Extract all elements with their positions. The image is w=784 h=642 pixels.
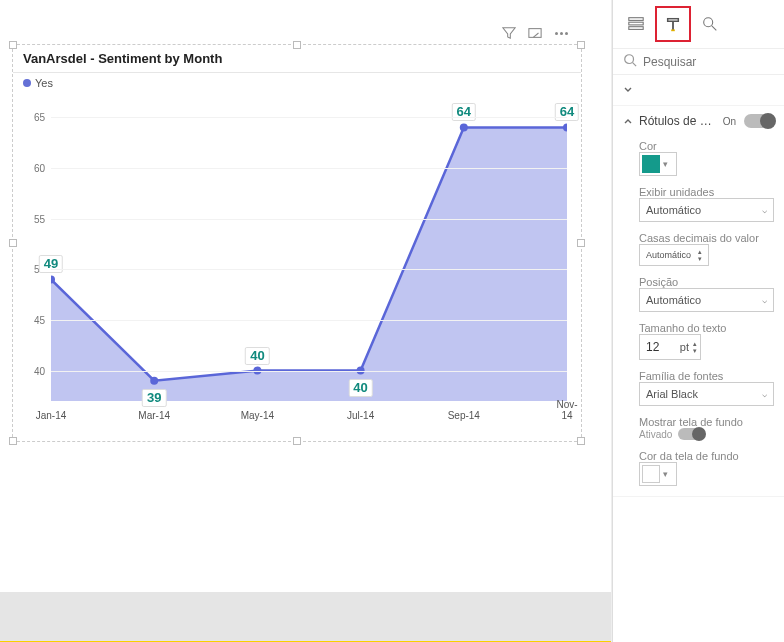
gridline: [51, 168, 567, 169]
gridline: [51, 219, 567, 220]
visual-toolbar: [501, 25, 569, 41]
show-background-label: Mostrar tela de fundo: [639, 416, 774, 428]
search-row: [613, 49, 784, 75]
x-tick-label: Mar-14: [138, 410, 170, 421]
toggle-label: On: [723, 116, 736, 127]
y-tick-label: 40: [13, 365, 45, 376]
chart-body: 404550556065 493940406464 Jan-14Mar-14Ma…: [13, 93, 581, 423]
show-background-state: Ativado: [639, 429, 672, 440]
bg-color-label: Cor da tela de fundo: [639, 450, 774, 462]
chevron-down-icon: ⌵: [762, 389, 767, 399]
section-header-collapsed[interactable]: [613, 75, 784, 105]
spinner-down-icon[interactable]: ▾: [693, 347, 697, 354]
format-tab-highlight: [655, 6, 691, 42]
chevron-down-icon: ▾: [663, 159, 668, 169]
text-size-value: 12: [640, 340, 680, 354]
chart-legend: Yes: [13, 73, 581, 93]
chevron-down-icon: [623, 85, 633, 95]
resize-handle-sw[interactable]: [9, 437, 17, 445]
text-size-label: Tamanho do texto: [639, 322, 774, 334]
position-value: Automático: [646, 294, 701, 306]
chart-header: VanArsdel - Sentiment by Month: [13, 45, 581, 73]
visualizations-pane: Rótulos de dados On Cor ▾ Exibir unidade…: [612, 0, 784, 642]
chevron-down-icon: ⌵: [762, 205, 767, 215]
chevron-down-icon: ▾: [663, 469, 668, 479]
resize-handle-ne[interactable]: [577, 41, 585, 49]
more-options-icon[interactable]: [553, 25, 569, 41]
data-labels-title: Rótulos de dados: [639, 114, 717, 128]
gridline: [51, 269, 567, 270]
data-labels-header[interactable]: Rótulos de dados On: [613, 106, 784, 136]
data-label: 49: [39, 255, 63, 273]
analytics-tab-icon[interactable]: [695, 9, 725, 39]
data-label: 40: [348, 379, 372, 397]
svg-point-11: [704, 18, 713, 27]
x-tick-label: Jul-14: [347, 410, 374, 421]
svg-rect-9: [629, 27, 643, 30]
display-units-value: Automático: [646, 204, 701, 216]
chevron-down-icon: ⌵: [762, 295, 767, 305]
format-tab-icon[interactable]: [658, 9, 688, 39]
section-collapsed: [613, 75, 784, 106]
x-tick-label: Sep-14: [448, 410, 480, 421]
spinner-down-icon[interactable]: ▾: [698, 255, 702, 262]
fields-tab-icon[interactable]: [621, 9, 651, 39]
font-family-value: Arial Black: [646, 388, 698, 400]
data-label: 64: [555, 103, 579, 121]
resize-handle-s[interactable]: [293, 437, 301, 445]
spinner-up-icon[interactable]: ▴: [698, 248, 702, 255]
x-tick-label: Nov-14: [556, 399, 577, 421]
spinner-up-icon[interactable]: ▴: [693, 340, 697, 347]
svg-point-2: [150, 377, 158, 385]
svg-rect-8: [629, 22, 643, 25]
search-icon: [623, 53, 637, 70]
position-label: Posição: [639, 276, 774, 288]
data-labels-toggle[interactable]: [744, 114, 774, 128]
y-tick-label: 45: [13, 314, 45, 325]
x-tick-label: May-14: [241, 410, 274, 421]
display-units-label: Exibir unidades: [639, 186, 774, 198]
resize-handle-nw[interactable]: [9, 41, 17, 49]
y-tick-label: 55: [13, 213, 45, 224]
resize-handle-se[interactable]: [577, 437, 585, 445]
pane-tab-strip: [613, 0, 784, 49]
svg-point-12: [625, 55, 634, 64]
chevron-up-icon: [623, 116, 633, 126]
text-size-unit: pt: [680, 341, 693, 353]
color-picker[interactable]: ▾: [639, 152, 677, 176]
position-dropdown[interactable]: Automático ⌵: [639, 288, 774, 312]
color-swatch: [642, 155, 660, 173]
font-family-dropdown[interactable]: Arial Black ⌵: [639, 382, 774, 406]
display-units-dropdown[interactable]: Automático ⌵: [639, 198, 774, 222]
report-canvas[interactable]: VanArsdel - Sentiment by Month Yes 40455…: [0, 0, 612, 642]
chart-visual[interactable]: VanArsdel - Sentiment by Month Yes 40455…: [12, 44, 582, 442]
svg-rect-7: [629, 18, 643, 21]
page-tabs-bar[interactable]: [0, 592, 611, 642]
gridline: [51, 117, 567, 118]
legend-marker-icon: [23, 79, 31, 87]
show-background-toggle[interactable]: [678, 428, 704, 440]
filter-icon[interactable]: [501, 25, 517, 41]
section-data-labels: Rótulos de dados On Cor ▾ Exibir unidade…: [613, 106, 784, 497]
bg-color-picker[interactable]: ▾: [639, 462, 677, 486]
resize-handle-n[interactable]: [293, 41, 301, 49]
decimal-places-spinner[interactable]: Automático ▴▾: [639, 244, 709, 266]
decimal-places-label: Casas decimais do valor: [639, 232, 774, 244]
svg-point-5: [460, 123, 468, 131]
text-size-spinner[interactable]: 12 pt ▴▾: [639, 334, 701, 360]
color-label: Cor: [639, 140, 774, 152]
search-input[interactable]: [643, 55, 774, 69]
y-tick-label: 65: [13, 112, 45, 123]
data-label: 64: [452, 103, 476, 121]
chart-title: VanArsdel - Sentiment by Month: [23, 51, 571, 66]
section-title-placeholder: [639, 83, 774, 97]
gridline: [51, 371, 567, 372]
decimal-places-value: Automático: [646, 250, 691, 260]
bg-color-swatch: [642, 465, 660, 483]
focus-mode-icon[interactable]: [527, 25, 543, 41]
legend-label: Yes: [35, 77, 53, 89]
y-tick-label: 60: [13, 162, 45, 173]
data-label: 39: [142, 389, 166, 407]
x-tick-label: Jan-14: [36, 410, 67, 421]
data-label: 40: [245, 347, 269, 365]
